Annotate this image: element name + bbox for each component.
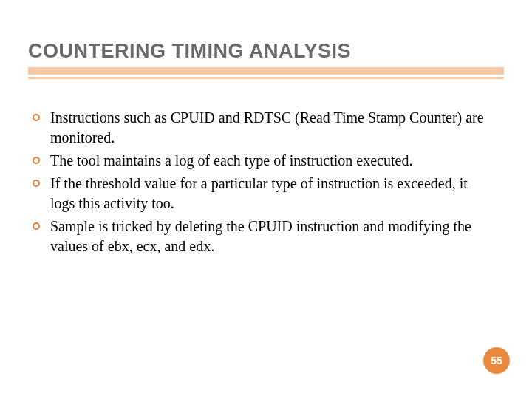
list-item-text: Sample is tricked by deleting the CPUID …: [50, 216, 492, 256]
ring-bullet-icon: [33, 180, 40, 187]
list-item: Sample is tricked by deleting the CPUID …: [33, 216, 492, 256]
list-item: Instructions such as CPUID and RDTSC (Re…: [33, 108, 492, 148]
list-item: If the threshold value for a particular …: [33, 174, 492, 214]
list-item-text: The tool maintains a log of each type of…: [50, 151, 412, 171]
bullet-list: Instructions such as CPUID and RDTSC (Re…: [33, 108, 492, 259]
list-item: The tool maintains a log of each type of…: [33, 151, 492, 171]
list-item-text: If the threshold value for a particular …: [50, 174, 492, 214]
ring-bullet-icon: [33, 222, 40, 230]
title-underline-thick: [28, 67, 504, 75]
title-block: COUNTERING TIMING ANALYSIS: [28, 40, 504, 79]
page-number-badge: 55: [483, 347, 510, 374]
ring-bullet-icon: [33, 114, 40, 121]
ring-bullet-icon: [33, 157, 40, 164]
slide-title: COUNTERING TIMING ANALYSIS: [28, 40, 504, 63]
list-item-text: Instructions such as CPUID and RDTSC (Re…: [50, 108, 492, 148]
page-number: 55: [491, 355, 502, 366]
title-underline-thin: [28, 77, 504, 79]
